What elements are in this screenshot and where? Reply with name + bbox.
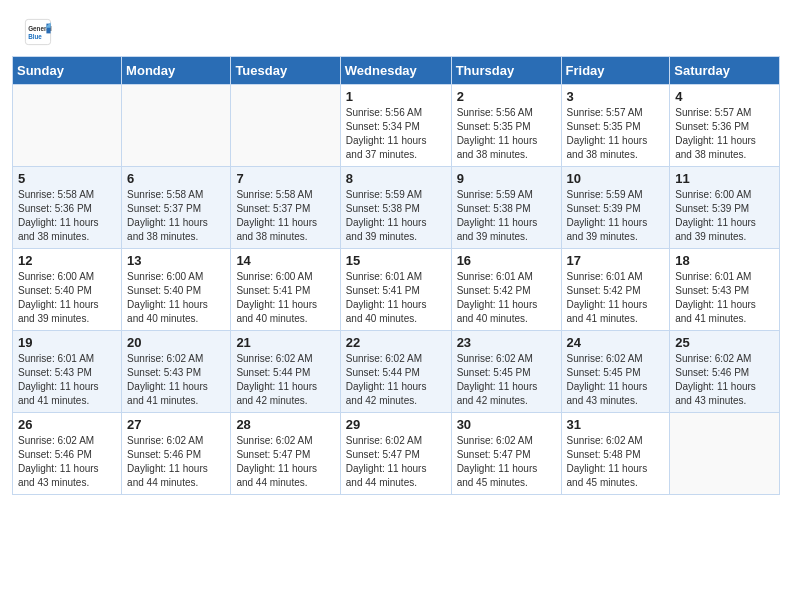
day-number: 12	[18, 253, 116, 268]
day-number: 8	[346, 171, 446, 186]
day-cell: 6Sunrise: 5:58 AM Sunset: 5:37 PM Daylig…	[122, 167, 231, 249]
day-info: Sunrise: 6:02 AM Sunset: 5:44 PM Dayligh…	[346, 352, 446, 408]
day-cell: 2Sunrise: 5:56 AM Sunset: 5:35 PM Daylig…	[451, 85, 561, 167]
day-cell: 16Sunrise: 6:01 AM Sunset: 5:42 PM Dayli…	[451, 249, 561, 331]
logo: General Blue	[24, 18, 56, 46]
week-row-4: 19Sunrise: 6:01 AM Sunset: 5:43 PM Dayli…	[13, 331, 780, 413]
day-cell: 17Sunrise: 6:01 AM Sunset: 5:42 PM Dayli…	[561, 249, 670, 331]
day-number: 3	[567, 89, 665, 104]
weekday-tuesday: Tuesday	[231, 57, 340, 85]
weekday-thursday: Thursday	[451, 57, 561, 85]
day-number: 27	[127, 417, 225, 432]
day-info: Sunrise: 6:00 AM Sunset: 5:41 PM Dayligh…	[236, 270, 334, 326]
day-cell	[231, 85, 340, 167]
day-number: 30	[457, 417, 556, 432]
day-cell: 18Sunrise: 6:01 AM Sunset: 5:43 PM Dayli…	[670, 249, 780, 331]
day-cell: 29Sunrise: 6:02 AM Sunset: 5:47 PM Dayli…	[340, 413, 451, 495]
day-number: 29	[346, 417, 446, 432]
day-info: Sunrise: 5:56 AM Sunset: 5:35 PM Dayligh…	[457, 106, 556, 162]
day-number: 6	[127, 171, 225, 186]
day-cell: 3Sunrise: 5:57 AM Sunset: 5:35 PM Daylig…	[561, 85, 670, 167]
day-info: Sunrise: 6:02 AM Sunset: 5:43 PM Dayligh…	[127, 352, 225, 408]
day-cell: 7Sunrise: 5:58 AM Sunset: 5:37 PM Daylig…	[231, 167, 340, 249]
weekday-header-row: SundayMondayTuesdayWednesdayThursdayFrid…	[13, 57, 780, 85]
day-number: 20	[127, 335, 225, 350]
day-number: 2	[457, 89, 556, 104]
day-cell: 24Sunrise: 6:02 AM Sunset: 5:45 PM Dayli…	[561, 331, 670, 413]
day-info: Sunrise: 5:57 AM Sunset: 5:35 PM Dayligh…	[567, 106, 665, 162]
day-cell: 31Sunrise: 6:02 AM Sunset: 5:48 PM Dayli…	[561, 413, 670, 495]
day-cell: 19Sunrise: 6:01 AM Sunset: 5:43 PM Dayli…	[13, 331, 122, 413]
day-cell: 28Sunrise: 6:02 AM Sunset: 5:47 PM Dayli…	[231, 413, 340, 495]
day-info: Sunrise: 5:58 AM Sunset: 5:36 PM Dayligh…	[18, 188, 116, 244]
weekday-monday: Monday	[122, 57, 231, 85]
day-cell: 13Sunrise: 6:00 AM Sunset: 5:40 PM Dayli…	[122, 249, 231, 331]
day-number: 26	[18, 417, 116, 432]
day-number: 11	[675, 171, 774, 186]
day-cell: 26Sunrise: 6:02 AM Sunset: 5:46 PM Dayli…	[13, 413, 122, 495]
day-cell: 11Sunrise: 6:00 AM Sunset: 5:39 PM Dayli…	[670, 167, 780, 249]
day-info: Sunrise: 6:02 AM Sunset: 5:45 PM Dayligh…	[457, 352, 556, 408]
day-info: Sunrise: 6:02 AM Sunset: 5:47 PM Dayligh…	[346, 434, 446, 490]
day-info: Sunrise: 6:02 AM Sunset: 5:46 PM Dayligh…	[675, 352, 774, 408]
day-number: 19	[18, 335, 116, 350]
day-info: Sunrise: 6:01 AM Sunset: 5:42 PM Dayligh…	[457, 270, 556, 326]
day-cell: 12Sunrise: 6:00 AM Sunset: 5:40 PM Dayli…	[13, 249, 122, 331]
weekday-wednesday: Wednesday	[340, 57, 451, 85]
day-cell: 8Sunrise: 5:59 AM Sunset: 5:38 PM Daylig…	[340, 167, 451, 249]
day-cell: 22Sunrise: 6:02 AM Sunset: 5:44 PM Dayli…	[340, 331, 451, 413]
day-cell: 25Sunrise: 6:02 AM Sunset: 5:46 PM Dayli…	[670, 331, 780, 413]
week-row-1: 1Sunrise: 5:56 AM Sunset: 5:34 PM Daylig…	[13, 85, 780, 167]
weekday-sunday: Sunday	[13, 57, 122, 85]
day-cell: 14Sunrise: 6:00 AM Sunset: 5:41 PM Dayli…	[231, 249, 340, 331]
day-info: Sunrise: 6:00 AM Sunset: 5:40 PM Dayligh…	[127, 270, 225, 326]
day-info: Sunrise: 6:02 AM Sunset: 5:46 PM Dayligh…	[127, 434, 225, 490]
svg-text:Blue: Blue	[28, 33, 42, 40]
day-cell: 4Sunrise: 5:57 AM Sunset: 5:36 PM Daylig…	[670, 85, 780, 167]
day-info: Sunrise: 6:02 AM Sunset: 5:44 PM Dayligh…	[236, 352, 334, 408]
day-number: 23	[457, 335, 556, 350]
day-number: 17	[567, 253, 665, 268]
week-row-3: 12Sunrise: 6:00 AM Sunset: 5:40 PM Dayli…	[13, 249, 780, 331]
day-cell: 10Sunrise: 5:59 AM Sunset: 5:39 PM Dayli…	[561, 167, 670, 249]
day-cell: 30Sunrise: 6:02 AM Sunset: 5:47 PM Dayli…	[451, 413, 561, 495]
day-number: 28	[236, 417, 334, 432]
day-number: 4	[675, 89, 774, 104]
weekday-friday: Friday	[561, 57, 670, 85]
day-cell: 9Sunrise: 5:59 AM Sunset: 5:38 PM Daylig…	[451, 167, 561, 249]
day-number: 25	[675, 335, 774, 350]
day-cell: 21Sunrise: 6:02 AM Sunset: 5:44 PM Dayli…	[231, 331, 340, 413]
day-number: 14	[236, 253, 334, 268]
day-info: Sunrise: 6:02 AM Sunset: 5:47 PM Dayligh…	[457, 434, 556, 490]
calendar-container: SundayMondayTuesdayWednesdayThursdayFrid…	[0, 56, 792, 507]
day-cell: 5Sunrise: 5:58 AM Sunset: 5:36 PM Daylig…	[13, 167, 122, 249]
day-number: 13	[127, 253, 225, 268]
day-cell	[122, 85, 231, 167]
day-info: Sunrise: 6:02 AM Sunset: 5:45 PM Dayligh…	[567, 352, 665, 408]
day-info: Sunrise: 5:57 AM Sunset: 5:36 PM Dayligh…	[675, 106, 774, 162]
day-number: 7	[236, 171, 334, 186]
day-cell: 15Sunrise: 6:01 AM Sunset: 5:41 PM Dayli…	[340, 249, 451, 331]
day-cell: 23Sunrise: 6:02 AM Sunset: 5:45 PM Dayli…	[451, 331, 561, 413]
day-info: Sunrise: 6:02 AM Sunset: 5:47 PM Dayligh…	[236, 434, 334, 490]
day-info: Sunrise: 5:59 AM Sunset: 5:39 PM Dayligh…	[567, 188, 665, 244]
day-info: Sunrise: 5:58 AM Sunset: 5:37 PM Dayligh…	[236, 188, 334, 244]
day-cell: 1Sunrise: 5:56 AM Sunset: 5:34 PM Daylig…	[340, 85, 451, 167]
day-info: Sunrise: 6:02 AM Sunset: 5:46 PM Dayligh…	[18, 434, 116, 490]
day-number: 18	[675, 253, 774, 268]
day-cell	[670, 413, 780, 495]
day-number: 16	[457, 253, 556, 268]
day-number: 31	[567, 417, 665, 432]
day-number: 21	[236, 335, 334, 350]
day-info: Sunrise: 5:58 AM Sunset: 5:37 PM Dayligh…	[127, 188, 225, 244]
day-info: Sunrise: 6:01 AM Sunset: 5:43 PM Dayligh…	[675, 270, 774, 326]
day-cell: 27Sunrise: 6:02 AM Sunset: 5:46 PM Dayli…	[122, 413, 231, 495]
day-number: 15	[346, 253, 446, 268]
day-number: 24	[567, 335, 665, 350]
day-number: 22	[346, 335, 446, 350]
week-row-5: 26Sunrise: 6:02 AM Sunset: 5:46 PM Dayli…	[13, 413, 780, 495]
day-info: Sunrise: 6:00 AM Sunset: 5:40 PM Dayligh…	[18, 270, 116, 326]
day-number: 1	[346, 89, 446, 104]
page-header: General Blue	[0, 0, 792, 56]
day-info: Sunrise: 5:59 AM Sunset: 5:38 PM Dayligh…	[346, 188, 446, 244]
